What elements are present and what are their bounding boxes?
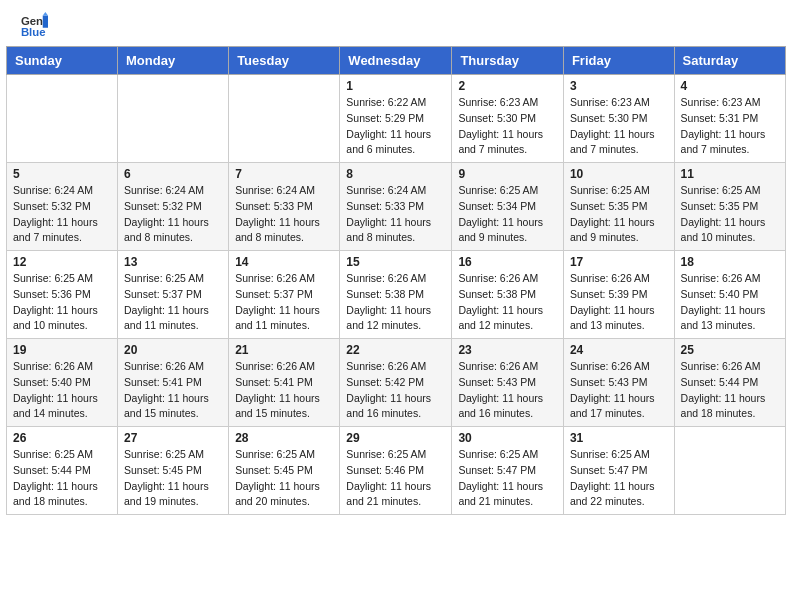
day-info: Sunrise: 6:25 AMSunset: 5:47 PMDaylight:…	[458, 447, 556, 510]
day-info: Sunrise: 6:26 AMSunset: 5:39 PMDaylight:…	[570, 271, 668, 334]
calendar-week-row: 12Sunrise: 6:25 AMSunset: 5:36 PMDayligh…	[7, 251, 786, 339]
calendar-cell: 24Sunrise: 6:26 AMSunset: 5:43 PMDayligh…	[563, 339, 674, 427]
calendar-cell: 15Sunrise: 6:26 AMSunset: 5:38 PMDayligh…	[340, 251, 452, 339]
calendar-cell: 28Sunrise: 6:25 AMSunset: 5:45 PMDayligh…	[229, 427, 340, 515]
day-info: Sunrise: 6:24 AMSunset: 5:33 PMDaylight:…	[235, 183, 333, 246]
day-number: 31	[570, 431, 668, 445]
day-number: 23	[458, 343, 556, 357]
day-number: 15	[346, 255, 445, 269]
day-number: 29	[346, 431, 445, 445]
day-number: 24	[570, 343, 668, 357]
day-info: Sunrise: 6:26 AMSunset: 5:44 PMDaylight:…	[681, 359, 779, 422]
day-info: Sunrise: 6:25 AMSunset: 5:35 PMDaylight:…	[570, 183, 668, 246]
day-info: Sunrise: 6:24 AMSunset: 5:32 PMDaylight:…	[124, 183, 222, 246]
day-info: Sunrise: 6:26 AMSunset: 5:43 PMDaylight:…	[570, 359, 668, 422]
calendar-table: SundayMondayTuesdayWednesdayThursdayFrid…	[6, 46, 786, 515]
day-info: Sunrise: 6:25 AMSunset: 5:47 PMDaylight:…	[570, 447, 668, 510]
weekday-header-sunday: Sunday	[7, 47, 118, 75]
day-number: 12	[13, 255, 111, 269]
calendar-cell: 21Sunrise: 6:26 AMSunset: 5:41 PMDayligh…	[229, 339, 340, 427]
day-number: 28	[235, 431, 333, 445]
calendar-cell	[7, 75, 118, 163]
weekday-header-friday: Friday	[563, 47, 674, 75]
svg-text:Blue: Blue	[21, 26, 46, 38]
day-info: Sunrise: 6:26 AMSunset: 5:40 PMDaylight:…	[13, 359, 111, 422]
logo-icon: General Blue	[20, 12, 48, 40]
calendar-cell: 14Sunrise: 6:26 AMSunset: 5:37 PMDayligh…	[229, 251, 340, 339]
calendar-week-row: 5Sunrise: 6:24 AMSunset: 5:32 PMDaylight…	[7, 163, 786, 251]
calendar-cell: 10Sunrise: 6:25 AMSunset: 5:35 PMDayligh…	[563, 163, 674, 251]
weekday-header-row: SundayMondayTuesdayWednesdayThursdayFrid…	[7, 47, 786, 75]
day-number: 26	[13, 431, 111, 445]
day-number: 2	[458, 79, 556, 93]
weekday-header-monday: Monday	[118, 47, 229, 75]
day-info: Sunrise: 6:25 AMSunset: 5:45 PMDaylight:…	[124, 447, 222, 510]
day-info: Sunrise: 6:23 AMSunset: 5:30 PMDaylight:…	[570, 95, 668, 158]
calendar-cell: 2Sunrise: 6:23 AMSunset: 5:30 PMDaylight…	[452, 75, 563, 163]
calendar-cell: 11Sunrise: 6:25 AMSunset: 5:35 PMDayligh…	[674, 163, 785, 251]
day-info: Sunrise: 6:25 AMSunset: 5:37 PMDaylight:…	[124, 271, 222, 334]
day-number: 21	[235, 343, 333, 357]
day-number: 19	[13, 343, 111, 357]
day-number: 17	[570, 255, 668, 269]
calendar-week-row: 19Sunrise: 6:26 AMSunset: 5:40 PMDayligh…	[7, 339, 786, 427]
calendar-cell: 7Sunrise: 6:24 AMSunset: 5:33 PMDaylight…	[229, 163, 340, 251]
day-info: Sunrise: 6:26 AMSunset: 5:41 PMDaylight:…	[235, 359, 333, 422]
day-info: Sunrise: 6:25 AMSunset: 5:35 PMDaylight:…	[681, 183, 779, 246]
day-number: 22	[346, 343, 445, 357]
calendar-cell: 25Sunrise: 6:26 AMSunset: 5:44 PMDayligh…	[674, 339, 785, 427]
calendar-cell	[229, 75, 340, 163]
day-info: Sunrise: 6:23 AMSunset: 5:30 PMDaylight:…	[458, 95, 556, 158]
day-info: Sunrise: 6:25 AMSunset: 5:34 PMDaylight:…	[458, 183, 556, 246]
day-info: Sunrise: 6:24 AMSunset: 5:32 PMDaylight:…	[13, 183, 111, 246]
day-number: 6	[124, 167, 222, 181]
day-info: Sunrise: 6:25 AMSunset: 5:46 PMDaylight:…	[346, 447, 445, 510]
day-number: 5	[13, 167, 111, 181]
day-number: 1	[346, 79, 445, 93]
day-info: Sunrise: 6:23 AMSunset: 5:31 PMDaylight:…	[681, 95, 779, 158]
day-number: 11	[681, 167, 779, 181]
calendar-cell: 6Sunrise: 6:24 AMSunset: 5:32 PMDaylight…	[118, 163, 229, 251]
weekday-header-thursday: Thursday	[452, 47, 563, 75]
calendar-cell: 13Sunrise: 6:25 AMSunset: 5:37 PMDayligh…	[118, 251, 229, 339]
day-number: 3	[570, 79, 668, 93]
day-info: Sunrise: 6:26 AMSunset: 5:43 PMDaylight:…	[458, 359, 556, 422]
day-number: 27	[124, 431, 222, 445]
calendar-cell: 26Sunrise: 6:25 AMSunset: 5:44 PMDayligh…	[7, 427, 118, 515]
calendar-cell: 23Sunrise: 6:26 AMSunset: 5:43 PMDayligh…	[452, 339, 563, 427]
logo: General Blue	[20, 12, 48, 40]
calendar-cell: 30Sunrise: 6:25 AMSunset: 5:47 PMDayligh…	[452, 427, 563, 515]
calendar-cell: 31Sunrise: 6:25 AMSunset: 5:47 PMDayligh…	[563, 427, 674, 515]
calendar-cell: 19Sunrise: 6:26 AMSunset: 5:40 PMDayligh…	[7, 339, 118, 427]
day-info: Sunrise: 6:26 AMSunset: 5:38 PMDaylight:…	[458, 271, 556, 334]
day-info: Sunrise: 6:25 AMSunset: 5:36 PMDaylight:…	[13, 271, 111, 334]
page-header: General Blue	[0, 0, 792, 46]
calendar-cell: 20Sunrise: 6:26 AMSunset: 5:41 PMDayligh…	[118, 339, 229, 427]
day-info: Sunrise: 6:22 AMSunset: 5:29 PMDaylight:…	[346, 95, 445, 158]
day-number: 7	[235, 167, 333, 181]
day-number: 25	[681, 343, 779, 357]
day-number: 18	[681, 255, 779, 269]
weekday-header-wednesday: Wednesday	[340, 47, 452, 75]
calendar-cell: 22Sunrise: 6:26 AMSunset: 5:42 PMDayligh…	[340, 339, 452, 427]
day-number: 4	[681, 79, 779, 93]
calendar-cell: 1Sunrise: 6:22 AMSunset: 5:29 PMDaylight…	[340, 75, 452, 163]
calendar-cell: 5Sunrise: 6:24 AMSunset: 5:32 PMDaylight…	[7, 163, 118, 251]
day-number: 20	[124, 343, 222, 357]
day-number: 16	[458, 255, 556, 269]
day-number: 10	[570, 167, 668, 181]
day-info: Sunrise: 6:26 AMSunset: 5:40 PMDaylight:…	[681, 271, 779, 334]
calendar-cell: 9Sunrise: 6:25 AMSunset: 5:34 PMDaylight…	[452, 163, 563, 251]
day-number: 8	[346, 167, 445, 181]
day-info: Sunrise: 6:26 AMSunset: 5:37 PMDaylight:…	[235, 271, 333, 334]
day-number: 13	[124, 255, 222, 269]
calendar-cell: 8Sunrise: 6:24 AMSunset: 5:33 PMDaylight…	[340, 163, 452, 251]
calendar-cell	[674, 427, 785, 515]
day-number: 9	[458, 167, 556, 181]
calendar-cell: 17Sunrise: 6:26 AMSunset: 5:39 PMDayligh…	[563, 251, 674, 339]
svg-marker-2	[43, 16, 48, 28]
day-number: 14	[235, 255, 333, 269]
calendar-week-row: 26Sunrise: 6:25 AMSunset: 5:44 PMDayligh…	[7, 427, 786, 515]
weekday-header-tuesday: Tuesday	[229, 47, 340, 75]
calendar-cell: 3Sunrise: 6:23 AMSunset: 5:30 PMDaylight…	[563, 75, 674, 163]
